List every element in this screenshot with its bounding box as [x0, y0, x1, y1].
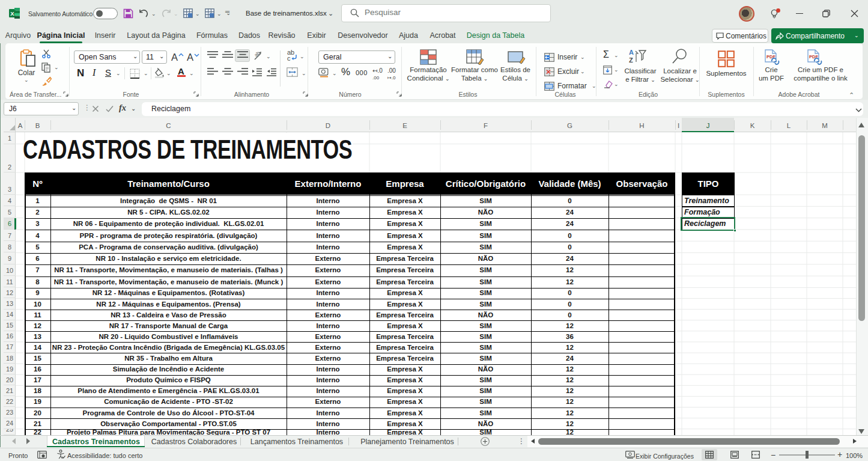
svg-text:c: c: [287, 55, 291, 61]
svg-text:A: A: [629, 49, 634, 56]
svg-text:X: X: [10, 10, 14, 17]
svg-text:ab: ab: [253, 50, 261, 58]
svg-text:Z: Z: [629, 56, 633, 64]
